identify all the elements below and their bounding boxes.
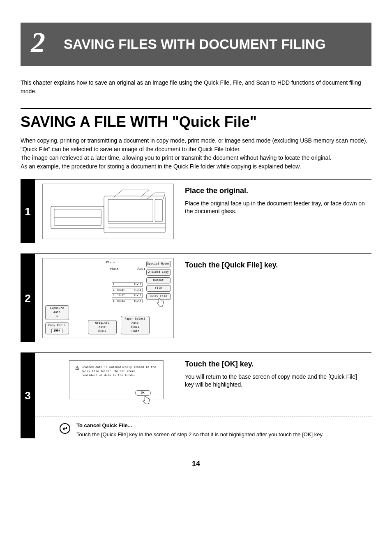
section-title: SAVING A FILE WITH "Quick File" bbox=[21, 112, 371, 132]
svg-rect-4 bbox=[108, 200, 153, 222]
tray-row: 1.11x17 bbox=[112, 282, 143, 286]
note-row: To cancel Quick File... Touch the [Quick… bbox=[35, 422, 371, 438]
step-description: You will return to the base screen of co… bbox=[185, 373, 367, 389]
warning-text: Scanned data is automatically stored in … bbox=[82, 366, 157, 378]
page-number: 14 bbox=[21, 459, 371, 469]
step-number: 2 bbox=[21, 254, 35, 342]
note-text: To cancel Quick File... Touch the [Quick… bbox=[76, 422, 324, 438]
step-illustration: Scanned data is automatically stored in … bbox=[35, 353, 181, 412]
step-illustration bbox=[35, 180, 181, 243]
step-text: Place the original. Place the original f… bbox=[181, 180, 371, 243]
tray-row: 2. 8½x118½x11 bbox=[112, 288, 143, 292]
step-heading: Touch the [Quick File] key. bbox=[185, 260, 367, 270]
dashed-divider bbox=[35, 417, 371, 417]
chapter-number: 2 bbox=[21, 23, 55, 66]
file-button[interactable]: File bbox=[146, 285, 171, 292]
two-sided-copy-button[interactable]: 2-Sided Copy bbox=[146, 269, 171, 276]
step-text: Touch the [Quick File] key. bbox=[181, 254, 371, 342]
output-button[interactable]: Output bbox=[146, 277, 171, 284]
note-title: To cancel Quick File... bbox=[76, 422, 324, 429]
plain-row: Plain 8½x11 bbox=[92, 267, 145, 272]
hand-cursor-icon bbox=[142, 396, 151, 406]
confirm-dialog: Scanned data is automatically stored in … bbox=[69, 360, 164, 399]
right-button-column: Special Modes 2-Sided Copy Output File Q… bbox=[146, 261, 171, 299]
step-text: Touch the [OK] key. You will return to t… bbox=[181, 353, 371, 412]
warning-icon bbox=[75, 366, 79, 370]
copy-ratio-button[interactable]: Copy Ratio 100% bbox=[45, 322, 69, 335]
step-number: 1 bbox=[21, 180, 35, 243]
quick-file-button[interactable]: Quick File bbox=[146, 293, 171, 300]
chapter-intro: This chapter explains how to save an ori… bbox=[21, 78, 371, 96]
ok-button[interactable]: OK bbox=[135, 390, 151, 396]
copy-screen: Plain Plain 8½x11 1.11x17 2. 8½x118½x11 … bbox=[42, 258, 174, 338]
step-number: 3 bbox=[21, 353, 35, 438]
paper-select-button[interactable]: Paper Select Auto 8½x11 Plain bbox=[121, 316, 150, 334]
warning-row: Scanned data is automatically stored in … bbox=[75, 366, 157, 378]
step-heading: Place the original. bbox=[185, 186, 367, 196]
svg-rect-5 bbox=[155, 200, 162, 222]
hand-cursor-icon bbox=[156, 298, 165, 309]
step-illustration: Plain Plain 8½x11 1.11x17 2. 8½x118½x11 … bbox=[35, 254, 181, 342]
tray-list: 1.11x17 2. 8½x118½x11 3. 11x1711x17 4. 8… bbox=[112, 282, 143, 303]
left-column: Exposure Auto ◎ Copy Ratio 100% bbox=[45, 305, 69, 334]
return-icon bbox=[60, 423, 70, 434]
printer-illustration bbox=[42, 184, 174, 239]
step-description: Place the original face up in the docume… bbox=[185, 200, 367, 216]
step-1: 1 Place the original. Place the bbox=[21, 179, 371, 243]
section-divider bbox=[21, 108, 371, 109]
special-modes-button[interactable]: Special Modes bbox=[146, 261, 171, 267]
step-2: 2 Plain Plain 8½x11 1.11x17 2. 8½x118½x1… bbox=[21, 253, 371, 342]
original-button[interactable]: Original Auto 8½x11 bbox=[88, 320, 117, 334]
svg-rect-3 bbox=[104, 196, 165, 233]
step-heading: Touch the [OK] key. bbox=[185, 359, 367, 369]
exposure-button[interactable]: Exposure Auto ◎ bbox=[45, 305, 69, 320]
section-body: When copying, printing or transmitting a… bbox=[21, 136, 371, 171]
chapter-title: SAVING FILES WITH DOCUMENT FILING bbox=[55, 23, 371, 66]
svg-point-9 bbox=[77, 369, 77, 369]
note-body: Touch the [Quick File] key in the screen… bbox=[76, 431, 324, 438]
chapter-header: 2 SAVING FILES WITH DOCUMENT FILING bbox=[21, 23, 371, 66]
plain-label: Plain bbox=[92, 261, 129, 266]
tray-row: 3. 11x1711x17 bbox=[112, 293, 143, 297]
step-3: 3 Scanned data is automatically stored i… bbox=[21, 352, 371, 438]
tray-row: 4. 8½x1411x17 bbox=[112, 299, 143, 303]
